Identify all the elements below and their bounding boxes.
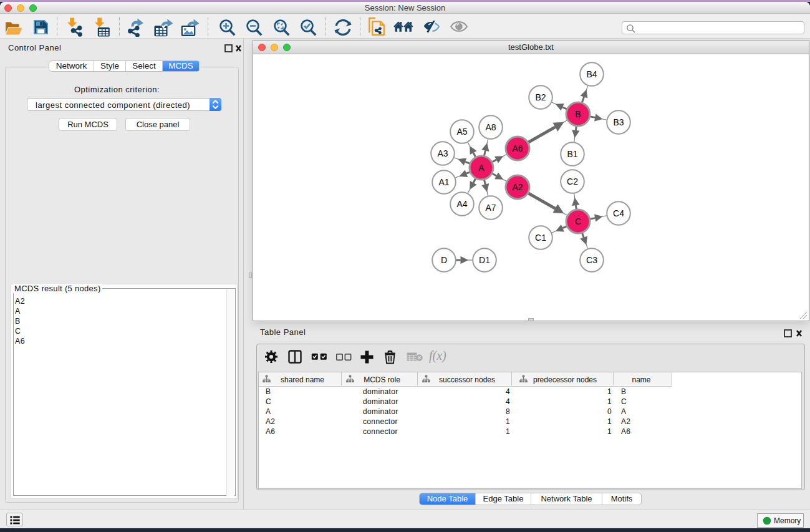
svg-text:C1: C1 — [535, 233, 546, 243]
svg-text:A3: A3 — [437, 148, 448, 158]
svg-text:A5: A5 — [456, 127, 467, 137]
svg-text:D: D — [441, 255, 447, 265]
svg-text:B3: B3 — [613, 117, 624, 127]
svg-text:A6: A6 — [512, 143, 523, 153]
svg-text:B1: B1 — [567, 149, 577, 159]
svg-text:C4: C4 — [613, 208, 624, 218]
svg-text:D1: D1 — [479, 255, 490, 265]
svg-text:A2: A2 — [512, 182, 523, 192]
svg-text:B: B — [575, 109, 581, 119]
svg-text:C: C — [575, 216, 581, 226]
svg-text:C2: C2 — [567, 177, 578, 186]
svg-text:A7: A7 — [485, 203, 496, 213]
svg-text:A1: A1 — [438, 177, 449, 187]
svg-text:C3: C3 — [586, 255, 597, 265]
svg-text:A4: A4 — [456, 199, 467, 209]
svg-text:A: A — [478, 163, 485, 173]
svg-text:B2: B2 — [535, 92, 546, 102]
svg-text:B4: B4 — [586, 69, 597, 79]
svg-text:A8: A8 — [485, 122, 496, 132]
